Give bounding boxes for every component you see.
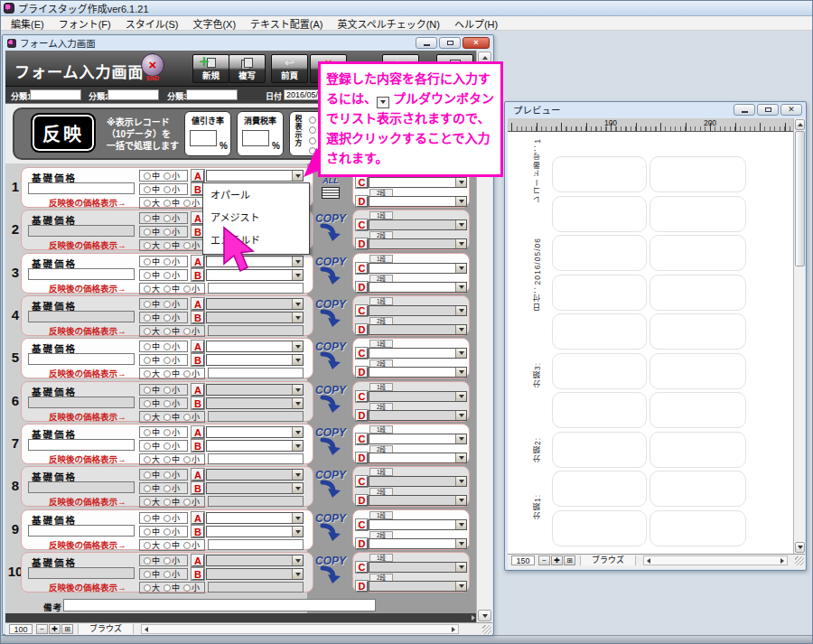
maximize-button[interactable] — [439, 37, 461, 49]
radio-button[interactable] — [164, 584, 171, 592]
form-window-titlebar[interactable]: フォーム入力画面 × — [3, 35, 493, 51]
radio-button[interactable] — [309, 126, 316, 134]
radio-button[interactable] — [164, 557, 171, 565]
radio-button[interactable] — [144, 173, 151, 180]
copy-button[interactable]: COPY — [310, 469, 351, 481]
field-c-combo[interactable] — [369, 519, 467, 530]
field-a-combo[interactable] — [206, 426, 304, 438]
radio-button[interactable] — [164, 400, 171, 407]
field-a-combo[interactable] — [206, 384, 304, 396]
preview-vertical-scrollbar[interactable] — [793, 118, 805, 554]
field-c-combo[interactable] — [369, 434, 467, 444]
copy-button[interactable]: COPY — [310, 426, 351, 439]
menu-item-4[interactable]: テキスト配置(A) — [243, 16, 330, 31]
dropdown-arrow-icon[interactable] — [455, 178, 466, 187]
field-c-combo[interactable] — [369, 476, 467, 487]
radio-button[interactable] — [164, 173, 171, 180]
radio-button[interactable] — [164, 328, 171, 335]
radio-button[interactable] — [183, 456, 191, 463]
radio-button[interactable] — [144, 400, 151, 407]
close-button[interactable]: ✕ — [780, 104, 802, 116]
dropdown-arrow-icon[interactable] — [455, 539, 466, 548]
resize-grip[interactable] — [482, 625, 491, 634]
radio-button[interactable] — [164, 229, 171, 236]
field-c-combo[interactable] — [369, 219, 467, 230]
radio-button[interactable] — [164, 571, 171, 578]
dropdown-arrow-icon[interactable] — [292, 398, 303, 408]
dropdown-arrow-icon[interactable] — [455, 563, 466, 572]
dropdown-arrow-icon[interactable] — [455, 239, 466, 248]
radio-button[interactable] — [144, 215, 151, 222]
radio-button[interactable] — [144, 186, 151, 193]
after-price-input[interactable] — [208, 496, 304, 507]
after-price-input[interactable] — [208, 411, 304, 422]
form-horizontal-scrollbar[interactable] — [5, 613, 476, 622]
dropdown-arrow-icon[interactable] — [455, 582, 466, 591]
radio-button[interactable] — [144, 370, 151, 378]
layout-mode-button[interactable]: ⊞ — [61, 624, 73, 634]
radio-button[interactable] — [164, 443, 171, 450]
after-price-input[interactable] — [208, 368, 304, 378]
base-price-input[interactable] — [28, 268, 135, 280]
radio-button[interactable] — [183, 328, 191, 335]
minimize-button[interactable] — [416, 37, 437, 49]
radio-button[interactable] — [144, 285, 151, 293]
dropdown-arrow-icon[interactable] — [292, 299, 303, 309]
status-scrollbar[interactable] — [643, 555, 788, 565]
radio-button[interactable] — [144, 429, 151, 436]
scroll-left-icon[interactable] — [145, 627, 148, 632]
radio-button[interactable] — [144, 343, 151, 350]
radio-button[interactable] — [144, 272, 151, 279]
field-d-combo[interactable] — [369, 196, 467, 207]
dropdown-arrow-icon[interactable] — [292, 427, 303, 437]
radio-button[interactable] — [144, 456, 151, 463]
dropdown-arrow-icon[interactable] — [455, 325, 466, 334]
field-d-combo[interactable] — [369, 410, 467, 421]
base-price-input[interactable] — [28, 182, 135, 194]
scrollbar-thumb[interactable] — [795, 131, 805, 266]
field-c-combo[interactable] — [369, 177, 467, 188]
field-d-combo[interactable] — [369, 453, 467, 463]
category-input-2[interactable] — [107, 89, 159, 100]
radio-button[interactable] — [164, 215, 171, 222]
field-c-combo[interactable] — [369, 391, 467, 402]
category-input-1[interactable] — [30, 89, 81, 100]
layout-mode-button[interactable]: ⊞ — [564, 555, 575, 565]
base-price-input[interactable] — [28, 353, 135, 365]
radio-button[interactable] — [144, 584, 151, 592]
field-b-combo[interactable] — [206, 440, 304, 452]
radio-button[interactable] — [144, 485, 151, 492]
dropdown-arrow-icon[interactable] — [292, 555, 303, 565]
close-button[interactable]: × — [463, 37, 490, 49]
menu-item-2[interactable]: スタイル(S) — [118, 16, 186, 31]
dropdown-arrow-icon[interactable] — [292, 470, 303, 480]
field-c-combo[interactable] — [369, 562, 467, 573]
radio-button[interactable] — [144, 242, 151, 249]
radio-button[interactable] — [144, 314, 151, 322]
resize-grip[interactable] — [795, 556, 804, 565]
field-a-combo[interactable] — [206, 170, 304, 182]
maximize-button[interactable] — [757, 104, 779, 116]
dropdown-arrow-icon[interactable] — [455, 306, 466, 315]
base-price-input[interactable] — [28, 397, 135, 408]
after-price-input[interactable] — [208, 325, 304, 336]
radio-button[interactable] — [183, 584, 191, 592]
radio-button[interactable] — [144, 328, 151, 335]
radio-button[interactable] — [183, 200, 191, 207]
field-b-combo[interactable] — [206, 526, 304, 537]
field-a-combo[interactable] — [206, 341, 304, 352]
dropdown-arrow-icon[interactable] — [292, 355, 303, 365]
after-price-input[interactable] — [208, 283, 304, 294]
apply-button[interactable]: 反映 — [31, 113, 96, 153]
zoom-fit-button[interactable]: ✚ — [49, 624, 61, 634]
radio-button[interactable] — [144, 229, 151, 236]
base-price-input[interactable] — [28, 567, 135, 579]
radio-button[interactable] — [183, 370, 191, 378]
field-d-combo[interactable] — [369, 324, 467, 335]
radio-button[interactable] — [144, 357, 151, 364]
dropdown-arrow-icon[interactable] — [292, 513, 303, 523]
radio-button[interactable] — [183, 542, 191, 549]
dropdown-arrow-icon[interactable] — [455, 283, 466, 292]
scroll-left-icon[interactable] — [647, 558, 650, 564]
after-price-input[interactable] — [208, 539, 304, 550]
